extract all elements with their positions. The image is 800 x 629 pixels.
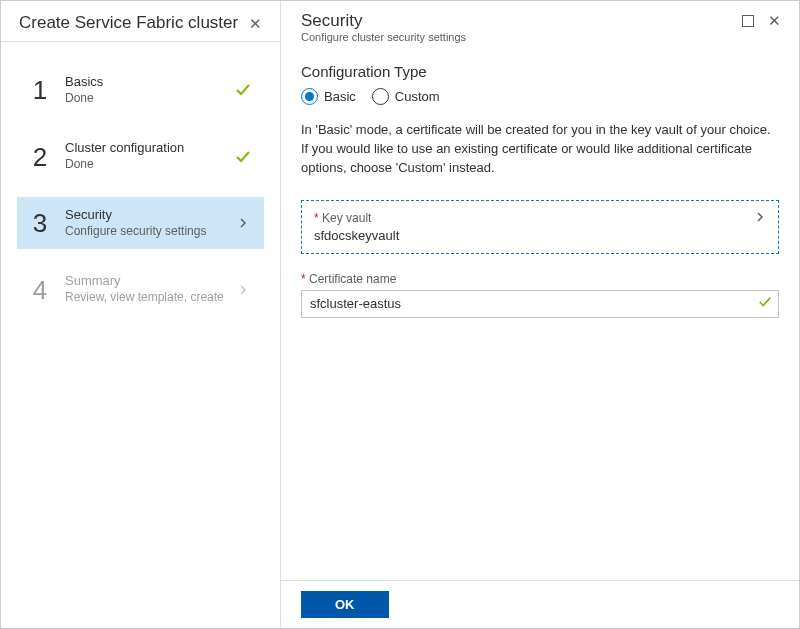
certificate-name-field-wrap [301,290,779,318]
step-sub: Done [65,91,234,107]
sidebar-title: Create Service Fabric cluster [19,13,238,33]
step-title: Cluster configuration [65,140,234,157]
key-vault-selector[interactable]: Key vault sfdocskeyvault [301,200,779,254]
close-icon[interactable]: ✕ [764,11,785,30]
step-sub: Review, view template, create [65,290,234,306]
step-text: Basics Done [65,74,234,106]
wizard-step-security[interactable]: 3 Security Configure security settings [17,197,264,249]
panel-header: Security Configure cluster security sett… [281,1,799,49]
chevron-right-icon [754,211,766,226]
panel-header-controls: ✕ [742,11,785,30]
panel-subtitle: Configure cluster security settings [301,31,466,43]
certificate-name-input[interactable] [302,292,758,315]
radio-custom[interactable]: Custom [372,88,440,105]
chevron-right-icon [234,217,252,229]
config-type-heading: Configuration Type [301,63,779,80]
key-vault-value: sfdocskeyvault [314,228,399,243]
step-text: Security Configure security settings [65,207,234,239]
panel-title: Security [301,11,466,31]
checkmark-icon [758,295,772,312]
panel-footer: OK [281,580,799,628]
config-type-radio-group: Basic Custom [301,88,779,105]
step-number: 3 [25,210,55,236]
wizard-step-basics[interactable]: 1 Basics Done [17,64,264,116]
config-type-description: In 'Basic' mode, a certificate will be c… [301,121,779,178]
wizard-step-cluster-config[interactable]: 2 Cluster configuration Done [17,130,264,182]
key-vault-label: Key vault [314,211,399,225]
step-sub: Configure security settings [65,224,234,240]
step-number: 2 [25,144,55,170]
maximize-icon[interactable] [742,15,754,27]
ok-button[interactable]: OK [301,591,389,618]
close-icon[interactable]: ✕ [245,14,266,33]
step-sub: Done [65,157,234,173]
wizard-sidebar: Create Service Fabric cluster ✕ 1 Basics… [1,1,281,628]
panel-body: Configuration Type Basic Custom In 'Basi… [281,49,799,580]
radio-button-icon [372,88,389,105]
step-title: Summary [65,273,234,290]
step-text: Summary Review, view template, create [65,273,234,305]
key-vault-inner: Key vault sfdocskeyvault [314,211,399,243]
checkmark-icon [234,82,252,98]
step-number: 4 [25,277,55,303]
certificate-name-label: Certificate name [301,272,779,286]
step-title: Security [65,207,234,224]
radio-basic[interactable]: Basic [301,88,356,105]
wizard-steps: 1 Basics Done 2 Cluster configuration Do… [1,42,280,628]
checkmark-icon [234,149,252,165]
step-title: Basics [65,74,234,91]
radio-button-icon [301,88,318,105]
step-text: Cluster configuration Done [65,140,234,172]
step-number: 1 [25,77,55,103]
wizard-step-summary: 4 Summary Review, view template, create [17,263,264,315]
sidebar-header: Create Service Fabric cluster ✕ [1,1,280,42]
panel-header-left: Security Configure cluster security sett… [301,11,466,43]
radio-custom-label: Custom [395,89,440,104]
chevron-right-icon [234,284,252,296]
security-panel: Security Configure cluster security sett… [281,1,799,628]
radio-basic-label: Basic [324,89,356,104]
